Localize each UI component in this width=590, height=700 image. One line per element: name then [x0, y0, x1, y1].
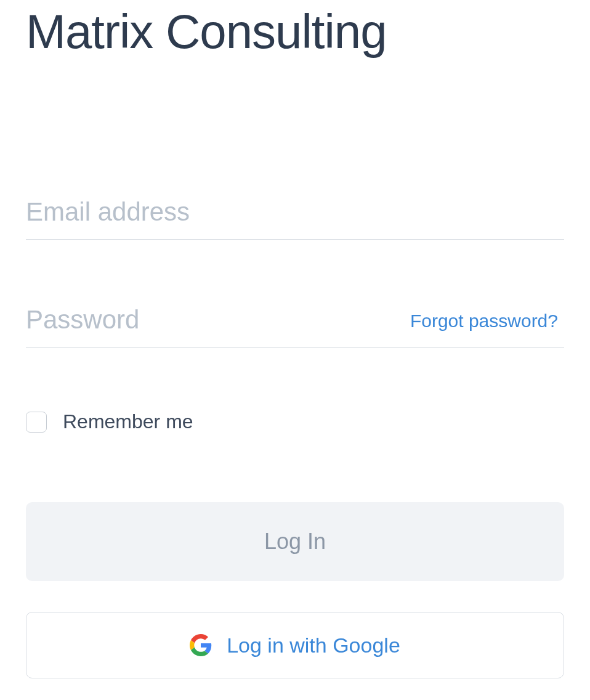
email-field-wrapper — [26, 192, 564, 240]
google-icon — [190, 634, 212, 656]
remember-me-label[interactable]: Remember me — [63, 410, 193, 433]
password-field-wrapper: Forgot password? — [26, 300, 564, 348]
google-login-button[interactable]: Log in with Google — [26, 612, 564, 678]
page-title: Matrix Consulting — [26, 4, 564, 60]
remember-me-row: Remember me — [26, 410, 564, 433]
remember-me-checkbox[interactable] — [26, 412, 47, 433]
login-form: Forgot password? Remember me Log In Log … — [26, 192, 564, 678]
login-button[interactable]: Log In — [26, 502, 564, 581]
email-field[interactable] — [26, 192, 564, 240]
forgot-password-link[interactable]: Forgot password? — [410, 311, 558, 332]
google-button-label: Log in with Google — [227, 633, 400, 657]
